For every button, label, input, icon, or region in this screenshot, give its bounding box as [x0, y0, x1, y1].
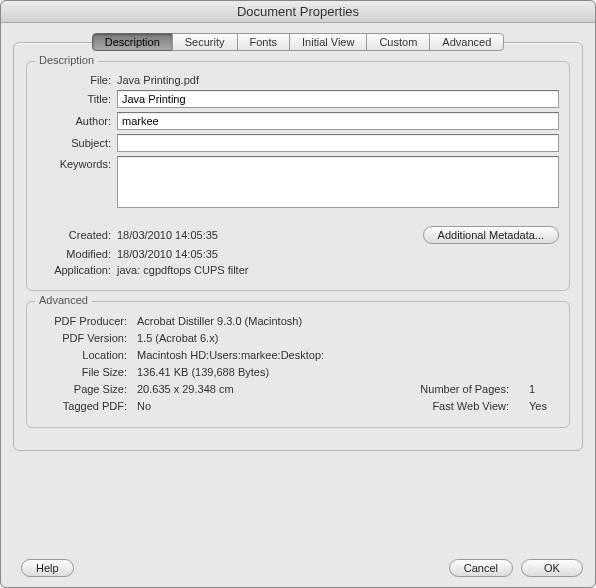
tab-advanced[interactable]: Advanced	[429, 33, 504, 51]
title-label: Title:	[37, 93, 117, 105]
file-value: Java Printing.pdf	[117, 74, 559, 86]
tagged-pdf-label: Tagged PDF:	[37, 400, 137, 412]
number-of-pages-label: Number of Pages:	[420, 383, 519, 395]
title-bar: Document Properties	[1, 1, 595, 23]
tab-fonts[interactable]: Fonts	[237, 33, 291, 51]
cancel-button[interactable]: Cancel	[449, 559, 513, 577]
ok-button[interactable]: OK	[521, 559, 583, 577]
tab-initial-view[interactable]: Initial View	[289, 33, 367, 51]
application-label: Application:	[37, 264, 117, 276]
application-value: java: cgpdftops CUPS filter	[117, 264, 559, 276]
page-size-label: Page Size:	[37, 383, 137, 395]
fast-web-view-value: Yes	[529, 400, 559, 412]
content-area: Description Security Fonts Initial View …	[1, 23, 595, 463]
author-label: Author:	[37, 115, 117, 127]
pdf-producer-label: PDF Producer:	[37, 315, 137, 327]
modified-value: 18/03/2010 14:05:35	[117, 248, 559, 260]
pdf-version-value: 1.5 (Acrobat 6.x)	[137, 332, 218, 344]
tab-panel: Description File: Java Printing.pdf Titl…	[13, 42, 583, 451]
page-size-value: 20.635 x 29.348 cm	[137, 383, 234, 395]
created-value: 18/03/2010 14:05:35	[117, 229, 423, 241]
tagged-pdf-value: No	[137, 400, 151, 412]
tab-description[interactable]: Description	[92, 33, 173, 51]
location-value: Macintosh HD:Users:markee:Desktop:	[137, 349, 324, 361]
bottom-bar: Help Cancel OK	[13, 559, 583, 577]
subject-input[interactable]	[117, 134, 559, 152]
file-label: File:	[37, 74, 117, 86]
tab-strip: Description Security Fonts Initial View …	[13, 33, 583, 51]
title-input[interactable]	[117, 90, 559, 108]
tab-security[interactable]: Security	[172, 33, 238, 51]
author-input[interactable]	[117, 112, 559, 130]
help-button[interactable]: Help	[21, 559, 74, 577]
created-label: Created:	[37, 229, 117, 241]
additional-metadata-button[interactable]: Additional Metadata...	[423, 226, 559, 244]
keywords-input[interactable]	[117, 156, 559, 208]
description-group-label: Description	[35, 54, 98, 66]
advanced-group-label: Advanced	[35, 294, 92, 306]
tab-custom[interactable]: Custom	[366, 33, 430, 51]
description-group: Description File: Java Printing.pdf Titl…	[26, 61, 570, 291]
file-size-value: 136.41 KB (139,688 Bytes)	[137, 366, 269, 378]
fast-web-view-label: Fast Web View:	[432, 400, 519, 412]
number-of-pages-value: 1	[529, 383, 559, 395]
pdf-version-label: PDF Version:	[37, 332, 137, 344]
document-properties-window: Document Properties Description Security…	[0, 0, 596, 588]
advanced-group: Advanced PDF Producer: Acrobat Distiller…	[26, 301, 570, 428]
keywords-label: Keywords:	[37, 156, 117, 170]
pdf-producer-value: Acrobat Distiller 9.3.0 (Macintosh)	[137, 315, 302, 327]
window-title: Document Properties	[237, 4, 359, 19]
modified-label: Modified:	[37, 248, 117, 260]
location-label: Location:	[37, 349, 137, 361]
subject-label: Subject:	[37, 137, 117, 149]
file-size-label: File Size:	[37, 366, 137, 378]
